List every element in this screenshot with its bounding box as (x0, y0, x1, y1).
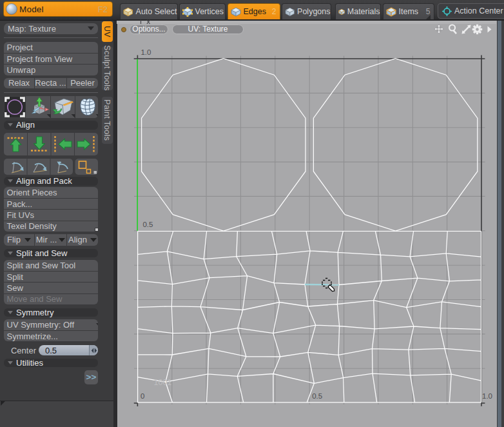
svg-text:0.5: 0.5 (312, 392, 322, 400)
svg-text:0.5: 0.5 (142, 221, 153, 228)
svg-text:1001: 1001 (154, 378, 172, 387)
svg-text:1.0: 1.0 (482, 392, 492, 400)
svg-text:0: 0 (141, 392, 144, 400)
svg-text:1.0: 1.0 (141, 48, 151, 56)
